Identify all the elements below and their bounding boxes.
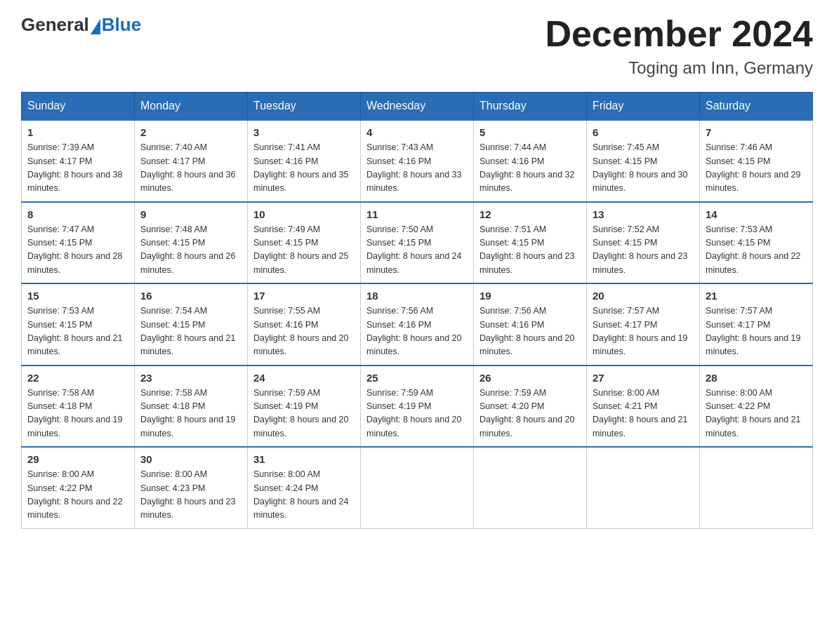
day-info: Sunrise: 8:00 AMSunset: 4:22 PMDaylight:… xyxy=(27,469,123,520)
day-number: 14 xyxy=(706,208,807,220)
calendar-table: SundayMondayTuesdayWednesdayThursdayFrid… xyxy=(21,92,813,529)
calendar-day-cell: 20 Sunrise: 7:57 AMSunset: 4:17 PMDaylig… xyxy=(587,283,700,365)
calendar-day-cell: 6 Sunrise: 7:45 AMSunset: 4:15 PMDayligh… xyxy=(587,120,700,202)
day-info: Sunrise: 7:59 AMSunset: 4:20 PMDaylight:… xyxy=(479,388,575,438)
day-number: 16 xyxy=(140,290,241,302)
day-number: 24 xyxy=(253,372,355,384)
weekday-header-monday: Monday xyxy=(135,93,248,121)
day-info: Sunrise: 7:46 AMSunset: 4:15 PMDaylight:… xyxy=(706,142,801,193)
day-number: 3 xyxy=(253,126,355,138)
day-info: Sunrise: 7:48 AMSunset: 4:15 PMDaylight:… xyxy=(140,224,236,275)
day-info: Sunrise: 7:59 AMSunset: 4:19 PMDaylight:… xyxy=(366,388,462,438)
day-number: 25 xyxy=(366,372,468,384)
day-info: Sunrise: 7:49 AMSunset: 4:15 PMDaylight:… xyxy=(253,224,349,275)
day-info: Sunrise: 7:50 AMSunset: 4:15 PMDaylight:… xyxy=(366,224,462,275)
day-number: 23 xyxy=(140,372,241,384)
day-number: 28 xyxy=(706,372,807,384)
day-number: 5 xyxy=(479,126,581,138)
day-number: 22 xyxy=(27,372,128,384)
weekday-header-tuesday: Tuesday xyxy=(248,93,361,121)
day-number: 12 xyxy=(479,208,581,220)
day-info: Sunrise: 7:47 AMSunset: 4:15 PMDaylight:… xyxy=(27,224,123,275)
calendar-day-cell: 25 Sunrise: 7:59 AMSunset: 4:19 PMDaylig… xyxy=(361,365,474,448)
day-number: 6 xyxy=(593,126,694,138)
calendar-week-row: 29 Sunrise: 8:00 AMSunset: 4:22 PMDaylig… xyxy=(22,447,813,528)
location-title: Toging am Inn, Germany xyxy=(545,58,813,78)
calendar-day-cell xyxy=(587,447,700,528)
calendar-week-row: 22 Sunrise: 7:58 AMSunset: 4:18 PMDaylig… xyxy=(22,365,813,448)
calendar-day-cell: 27 Sunrise: 8:00 AMSunset: 4:21 PMDaylig… xyxy=(587,365,700,448)
weekday-header-sunday: Sunday xyxy=(22,93,135,121)
day-number: 29 xyxy=(27,453,128,465)
day-info: Sunrise: 7:54 AMSunset: 4:15 PMDaylight:… xyxy=(140,306,236,356)
day-info: Sunrise: 7:57 AMSunset: 4:17 PMDaylight:… xyxy=(593,306,688,356)
calendar-day-cell: 14 Sunrise: 7:53 AMSunset: 4:15 PMDaylig… xyxy=(700,202,813,284)
day-number: 13 xyxy=(593,208,694,220)
day-number: 18 xyxy=(366,290,468,302)
day-number: 21 xyxy=(706,290,807,302)
day-info: Sunrise: 8:00 AMSunset: 4:21 PMDaylight:… xyxy=(593,388,688,438)
logo-triangle-icon xyxy=(91,19,100,34)
day-info: Sunrise: 7:41 AMSunset: 4:16 PMDaylight:… xyxy=(253,142,349,193)
calendar-day-cell: 21 Sunrise: 7:57 AMSunset: 4:17 PMDaylig… xyxy=(700,283,813,365)
calendar-day-cell: 31 Sunrise: 8:00 AMSunset: 4:24 PMDaylig… xyxy=(248,447,361,528)
day-info: Sunrise: 7:40 AMSunset: 4:17 PMDaylight:… xyxy=(140,142,236,193)
day-number: 10 xyxy=(253,208,355,220)
day-info: Sunrise: 7:44 AMSunset: 4:16 PMDaylight:… xyxy=(479,142,575,193)
calendar-day-cell: 23 Sunrise: 7:58 AMSunset: 4:18 PMDaylig… xyxy=(135,365,248,448)
calendar-day-cell: 15 Sunrise: 7:53 AMSunset: 4:15 PMDaylig… xyxy=(22,283,135,365)
calendar-day-cell: 7 Sunrise: 7:46 AMSunset: 4:15 PMDayligh… xyxy=(700,120,813,202)
weekday-header-wednesday: Wednesday xyxy=(361,93,474,121)
weekday-header-saturday: Saturday xyxy=(700,93,813,121)
calendar-day-cell: 9 Sunrise: 7:48 AMSunset: 4:15 PMDayligh… xyxy=(135,202,248,284)
day-info: Sunrise: 7:52 AMSunset: 4:15 PMDaylight:… xyxy=(593,224,688,275)
day-info: Sunrise: 7:56 AMSunset: 4:16 PMDaylight:… xyxy=(366,306,462,356)
calendar-day-cell: 11 Sunrise: 7:50 AMSunset: 4:15 PMDaylig… xyxy=(361,202,474,284)
day-info: Sunrise: 7:55 AMSunset: 4:16 PMDaylight:… xyxy=(253,306,349,356)
calendar-day-cell: 18 Sunrise: 7:56 AMSunset: 4:16 PMDaylig… xyxy=(361,283,474,365)
day-number: 11 xyxy=(366,208,468,220)
day-number: 8 xyxy=(27,208,128,220)
day-number: 7 xyxy=(706,126,807,138)
day-info: Sunrise: 7:51 AMSunset: 4:15 PMDaylight:… xyxy=(479,224,575,275)
calendar-day-cell: 13 Sunrise: 7:52 AMSunset: 4:15 PMDaylig… xyxy=(587,202,700,284)
logo: General Blue xyxy=(21,14,141,36)
day-number: 4 xyxy=(366,126,468,138)
day-number: 17 xyxy=(253,290,355,302)
day-info: Sunrise: 7:53 AMSunset: 4:15 PMDaylight:… xyxy=(706,224,801,275)
day-info: Sunrise: 7:59 AMSunset: 4:19 PMDaylight:… xyxy=(253,388,349,438)
day-number: 20 xyxy=(593,290,694,302)
day-number: 9 xyxy=(140,208,241,220)
day-number: 31 xyxy=(253,453,355,465)
day-info: Sunrise: 8:00 AMSunset: 4:22 PMDaylight:… xyxy=(706,388,801,438)
day-number: 30 xyxy=(140,453,241,465)
calendar-week-row: 8 Sunrise: 7:47 AMSunset: 4:15 PMDayligh… xyxy=(22,202,813,284)
page-header: General Blue December 2024 Toging am Inn… xyxy=(21,14,813,78)
day-info: Sunrise: 7:58 AMSunset: 4:18 PMDaylight:… xyxy=(140,388,236,438)
calendar-day-cell: 1 Sunrise: 7:39 AMSunset: 4:17 PMDayligh… xyxy=(22,120,135,202)
month-title: December 2024 xyxy=(545,14,813,54)
calendar-day-cell: 10 Sunrise: 7:49 AMSunset: 4:15 PMDaylig… xyxy=(248,202,361,284)
calendar-day-cell: 22 Sunrise: 7:58 AMSunset: 4:18 PMDaylig… xyxy=(22,365,135,448)
weekday-header-row: SundayMondayTuesdayWednesdayThursdayFrid… xyxy=(22,93,813,121)
day-number: 2 xyxy=(140,126,241,138)
day-number: 26 xyxy=(479,372,581,384)
calendar-week-row: 15 Sunrise: 7:53 AMSunset: 4:15 PMDaylig… xyxy=(22,283,813,365)
calendar-day-cell: 29 Sunrise: 8:00 AMSunset: 4:22 PMDaylig… xyxy=(22,447,135,528)
day-number: 15 xyxy=(27,290,128,302)
calendar-day-cell: 24 Sunrise: 7:59 AMSunset: 4:19 PMDaylig… xyxy=(248,365,361,448)
logo-blue-text: Blue xyxy=(102,14,141,36)
calendar-day-cell: 17 Sunrise: 7:55 AMSunset: 4:16 PMDaylig… xyxy=(248,283,361,365)
day-info: Sunrise: 7:43 AMSunset: 4:16 PMDaylight:… xyxy=(366,142,462,193)
calendar-day-cell xyxy=(361,447,474,528)
day-info: Sunrise: 8:00 AMSunset: 4:24 PMDaylight:… xyxy=(253,469,349,520)
calendar-week-row: 1 Sunrise: 7:39 AMSunset: 4:17 PMDayligh… xyxy=(22,120,813,202)
calendar-day-cell: 30 Sunrise: 8:00 AMSunset: 4:23 PMDaylig… xyxy=(135,447,248,528)
logo-general-text: General xyxy=(21,14,89,36)
calendar-day-cell: 8 Sunrise: 7:47 AMSunset: 4:15 PMDayligh… xyxy=(22,202,135,284)
calendar-day-cell: 12 Sunrise: 7:51 AMSunset: 4:15 PMDaylig… xyxy=(474,202,587,284)
day-number: 19 xyxy=(479,290,581,302)
calendar-day-cell: 16 Sunrise: 7:54 AMSunset: 4:15 PMDaylig… xyxy=(135,283,248,365)
calendar-day-cell: 19 Sunrise: 7:56 AMSunset: 4:16 PMDaylig… xyxy=(474,283,587,365)
calendar-day-cell xyxy=(700,447,813,528)
